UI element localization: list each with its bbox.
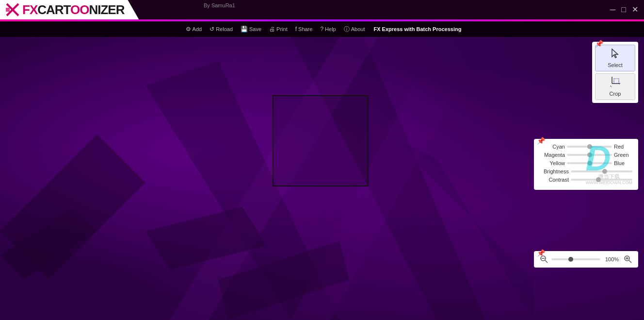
crop-icon (610, 77, 621, 90)
share-button[interactable]: f Share (292, 25, 316, 34)
window-controls: ─ □ ✕ (610, 6, 644, 14)
reload-label: Reload (216, 26, 233, 32)
add-label: Add (193, 26, 202, 32)
print-button[interactable]: 🖨 Print (266, 25, 290, 34)
zoom-in-button[interactable] (624, 255, 632, 264)
reload-icon: ↺ (209, 26, 214, 33)
color-adjustment-panel: 📌 Cyan Red Magenta Green Yellow Blue Bri… (534, 139, 638, 190)
contrast-label: Contrast (540, 177, 569, 183)
svg-marker-12 (612, 49, 618, 58)
svg-marker-18 (610, 85, 612, 87)
canvas-area[interactable]: 📌 Select Crop (0, 37, 644, 320)
zoom-panel-pin[interactable]: 📌 (537, 249, 545, 257)
save-label: Save (249, 26, 261, 32)
print-label: Print (276, 26, 288, 32)
about-button[interactable]: ⓘ About (341, 24, 368, 34)
crop-tool-label: Crop (610, 91, 621, 97)
app-logo: FXCARTOONIZER (22, 2, 124, 17)
save-button[interactable]: 💾 Save (238, 25, 264, 34)
yellow-label: Yellow (540, 160, 565, 166)
help-icon: ? (320, 26, 323, 33)
logo-cart-text: CART (37, 2, 70, 17)
logo-fx-text: FX (22, 2, 37, 17)
save-icon: 💾 (241, 26, 248, 33)
logo-nizer-text: NIZER (89, 2, 124, 17)
zoom-in-icon (624, 255, 632, 264)
toolbar: ⚙ Add ↺ Reload 💾 Save 🖨 Print f Share ? … (0, 21, 644, 37)
add-icon: ⚙ (186, 26, 191, 33)
select-cursor-icon (610, 48, 621, 61)
zoom-panel: 📌 100% (534, 251, 638, 268)
reload-button[interactable]: ↺ Reload (207, 25, 236, 34)
logo-area: FXCARTOONIZER By SamuRa1 (0, 0, 139, 19)
background-shapes (0, 37, 533, 320)
zoom-percent-label: 100% (603, 256, 621, 262)
select-tool-button[interactable]: Select (595, 45, 635, 71)
by-samurai-label: By SamuRa1 (204, 2, 235, 8)
watermark-letter: D (586, 145, 632, 173)
share-label: Share (298, 26, 312, 32)
color-panel-pin[interactable]: 📌 (537, 137, 545, 145)
zoom-slider-thumb[interactable] (568, 257, 573, 262)
restore-button[interactable]: □ (621, 6, 626, 14)
logo-oo-text: OO (70, 2, 89, 17)
zoom-slider[interactable] (551, 258, 600, 260)
brightness-label: Brightness (540, 168, 569, 174)
help-button[interactable]: ? Help (317, 25, 338, 34)
watermark: D 微当下载 WWW.WEIDOWN.COM (586, 145, 632, 185)
minimize-button[interactable]: ─ (610, 6, 615, 14)
select-tool-label: Select (608, 62, 623, 68)
tools-panel: 📌 Select Crop (592, 42, 638, 103)
fx-express-label: FX Express with Batch Processing (373, 26, 461, 32)
title-bar: FXCARTOONIZER By SamuRa1 ─ □ ✕ (0, 0, 644, 19)
add-button[interactable]: ⚙ Add (183, 25, 205, 34)
help-label: Help (325, 26, 336, 32)
share-icon: f (295, 26, 297, 33)
logo-background: FXCARTOONIZER (0, 0, 139, 19)
svg-rect-16 (614, 79, 619, 84)
print-icon: 🖨 (269, 26, 275, 33)
fx-icon (5, 2, 20, 17)
magenta-label: Magenta (540, 152, 565, 158)
svg-line-20 (545, 260, 547, 263)
about-icon: ⓘ (344, 25, 350, 34)
close-button[interactable]: ✕ (632, 6, 638, 14)
tools-panel-pin[interactable]: 📌 (595, 40, 603, 48)
watermark-url-text: WWW.WEIDOWN.COM (586, 180, 632, 185)
crop-tool-button[interactable]: Crop (595, 73, 635, 100)
svg-line-23 (629, 260, 631, 263)
selection-rectangle[interactable] (273, 95, 369, 186)
about-label: About (351, 26, 365, 32)
svg-rect-2 (6, 8, 10, 12)
